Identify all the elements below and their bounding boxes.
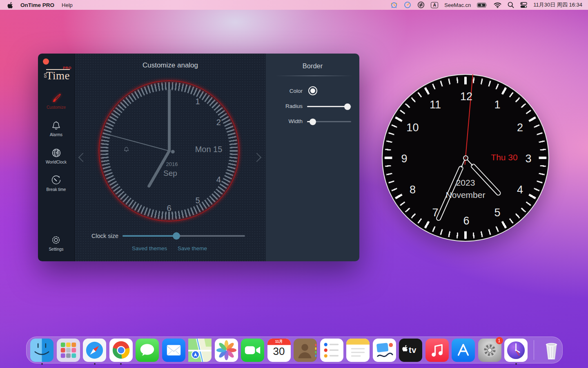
sidebar-label: Customize [47,105,66,110]
saved-themes-link[interactable]: Saved themes [132,245,167,251]
dock-divider [534,340,534,360]
next-theme-chevron[interactable] [252,153,262,162]
menu-app-name[interactable]: OnTime PRO [20,2,54,8]
save-theme-link[interactable]: Save theme [178,245,207,251]
clock-date-label: Mon 15 [195,145,223,154]
logo-on-text: on [42,73,47,78]
sidebar-item-customize[interactable]: Customize [47,93,66,110]
clock-number: 9 [401,153,407,165]
clock-number: 6 [167,204,171,213]
sidebar-label: WorldClock [46,160,67,164]
divider [276,76,353,76]
ontime-app-window: on Time PRO Customize Alarms Wor [38,54,359,261]
clock-number: 2 [517,121,523,134]
sidebar-item-settings[interactable]: Settings [49,235,63,251]
dock-icon-messages[interactable] [136,339,159,362]
dock-icon-reminders[interactable] [320,339,343,362]
alarm-bell-icon [123,146,129,154]
minute-hand [168,89,171,151]
border-panel-title: Border [266,62,359,70]
menu-datetime[interactable]: 11月30日 周四 16:34 [533,1,582,9]
page-title: Customize analog [75,61,266,70]
battery-icon[interactable] [477,2,488,8]
dock: 11月 30 tv 1 [26,337,563,364]
logo-time-text: Time [46,69,70,81]
dock-icon-mail[interactable] [162,339,185,362]
clock-month-label: Sep [163,169,177,178]
stopwatch-icon [51,175,61,186]
input-source-badge[interactable]: A [431,2,438,8]
color-label: Color [266,88,303,94]
dock-icon-maps[interactable] [188,339,212,362]
running-indicator [120,363,122,365]
calendar-day-label: 30 [267,345,291,358]
width-label: Width [266,118,303,124]
border-color-swatch[interactable] [308,86,317,95]
menu-bar: OnTime PRO Help A SeeMac.cn 11月30日 周四 16… [0,0,588,10]
alarm-status-icon[interactable] [390,1,398,9]
sidebar-label: Alarms [50,132,62,137]
clock-year-label: 2023 [456,178,475,188]
app-logo: on Time PRO [42,67,70,81]
sidebar-item-worldclock[interactable]: WorldClock [46,148,67,164]
clock-number: 4 [216,175,221,184]
timer-status-icon[interactable] [404,1,411,9]
sidebar-item-breaktime[interactable]: Break time [47,175,66,192]
dock-icon-chrome[interactable] [109,339,133,362]
clock-center-cap [463,155,468,161]
control-center-icon[interactable] [520,2,527,8]
dock-icon-system-settings[interactable]: 1 [478,339,501,362]
clock-number: 1 [195,96,200,106]
clock-number: 8 [410,184,416,196]
apple-menu-icon[interactable] [7,2,13,9]
dock-icon-apple-tv[interactable]: tv [399,339,422,362]
network-name[interactable]: SeeMac.cn [444,2,471,8]
dock-icon-facetime[interactable] [241,339,264,362]
clock-number: 7 [432,206,438,219]
gear-icon [51,235,61,245]
dock-icon-music[interactable] [425,339,449,362]
dock-icon-contacts[interactable] [294,339,317,362]
preview-analog-clock[interactable]: Mon 15 2016 Sep 12456 [96,78,242,224]
clock-number: 1 [494,99,500,111]
slider-thumb[interactable] [310,119,316,125]
dock-icon-ontime-clock[interactable] [504,339,528,362]
running-indicator [41,363,43,365]
clock-number: 4 [517,184,523,196]
clock-size-slider[interactable] [122,235,245,237]
running-indicator [515,363,517,365]
sidebar-item-alarms[interactable]: Alarms [50,120,62,137]
desktop-clock-widget[interactable]: Thu 30 2023 November 121234567891011 [382,74,549,242]
clock-number: 5 [494,206,500,219]
notification-badge: 1 [496,337,503,344]
clock-year-label: 2016 [166,161,178,167]
previous-theme-chevron[interactable] [78,153,88,162]
clock-number: 12 [460,90,472,103]
globe-clock-icon [51,148,62,158]
search-icon[interactable] [508,2,514,8]
dock-icon-app-store[interactable] [452,339,475,362]
dock-icon-freeform[interactable] [373,339,396,362]
radius-label: Radius [266,103,303,109]
clock-number: 5 [195,196,200,205]
switch-status-icon[interactable] [417,1,425,9]
dock-icon-photos[interactable] [215,339,238,362]
dock-icon-safari[interactable] [83,339,106,362]
slider-thumb[interactable] [344,103,351,110]
logo-pro-text: PRO [63,66,71,70]
border-width-slider[interactable] [307,121,351,122]
app-sidebar: on Time PRO Customize Alarms Wor [38,54,75,261]
dock-icon-launchpad[interactable] [57,339,80,362]
dock-icon-finder[interactable] [30,339,53,362]
clock-center-cap [167,149,171,153]
window-close-button[interactable] [43,58,49,65]
running-indicator [94,363,96,365]
slider-thumb[interactable] [173,232,180,240]
calendar-month-label: 11月 [267,339,291,344]
dock-icon-trash[interactable] [540,339,563,362]
dock-icon-notes[interactable] [346,339,370,362]
dock-icon-calendar[interactable]: 11月 30 [267,339,291,362]
border-radius-slider[interactable] [307,106,351,107]
menu-help[interactable]: Help [62,2,73,8]
wifi-icon[interactable] [494,2,501,8]
